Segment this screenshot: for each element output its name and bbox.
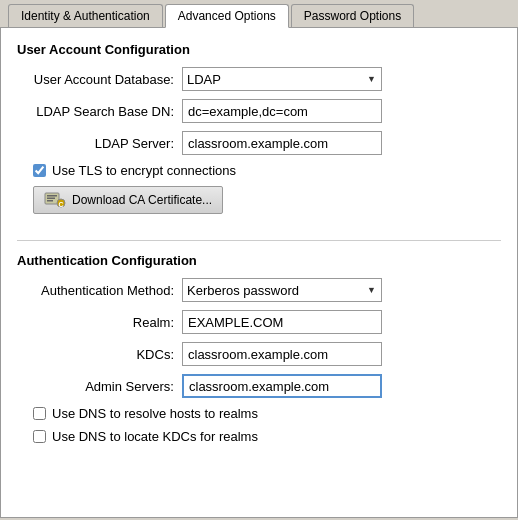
database-label: User Account Database:: [17, 72, 182, 87]
use-dns-hosts-checkbox[interactable]: [33, 407, 46, 420]
authentication-section: Authentication Configuration Authenticat…: [17, 253, 501, 444]
database-select-wrapper[interactable]: LDAPLocalActive Directory: [182, 67, 382, 91]
cert-icon: C: [44, 191, 66, 209]
tab-identity[interactable]: Identity & Authentication: [8, 4, 163, 27]
auth-method-label: Authentication Method:: [17, 283, 182, 298]
user-account-section: User Account Configuration User Account …: [17, 42, 501, 222]
realm-row: Realm:: [17, 310, 501, 334]
use-tls-label: Use TLS to encrypt connections: [52, 163, 236, 178]
user-account-title: User Account Configuration: [17, 42, 501, 57]
ldap-search-base-row: LDAP Search Base DN:: [17, 99, 501, 123]
svg-text:C: C: [59, 201, 64, 208]
svg-rect-3: [47, 200, 53, 202]
use-dns-kdcs-checkbox[interactable]: [33, 430, 46, 443]
kdcs-row: KDCs:: [17, 342, 501, 366]
use-dns-hosts-label: Use DNS to resolve hosts to realms: [52, 406, 258, 421]
kdcs-input[interactable]: [182, 342, 382, 366]
download-cert-button[interactable]: C Download CA Certificate...: [33, 186, 223, 214]
ldap-search-base-label: LDAP Search Base DN:: [17, 104, 182, 119]
tab-advanced[interactable]: Advanced Options: [165, 4, 289, 28]
tab-bar: Identity & Authentication Advanced Optio…: [0, 0, 518, 28]
use-dns-kdcs-label: Use DNS to locate KDCs for realms: [52, 429, 258, 444]
database-select[interactable]: LDAPLocalActive Directory: [182, 67, 382, 91]
ldap-search-base-input[interactable]: [182, 99, 382, 123]
main-content: User Account Configuration User Account …: [0, 28, 518, 518]
admin-servers-label: Admin Servers:: [17, 379, 182, 394]
realm-input[interactable]: [182, 310, 382, 334]
use-dns-kdcs-row: Use DNS to locate KDCs for realms: [17, 429, 501, 444]
ldap-server-row: LDAP Server:: [17, 131, 501, 155]
ldap-server-input[interactable]: [182, 131, 382, 155]
download-cert-label: Download CA Certificate...: [72, 193, 212, 207]
svg-rect-1: [47, 195, 57, 197]
kdcs-label: KDCs:: [17, 347, 182, 362]
database-row: User Account Database: LDAPLocalActive D…: [17, 67, 501, 91]
section-divider: [17, 240, 501, 241]
use-dns-hosts-row: Use DNS to resolve hosts to realms: [17, 406, 501, 421]
admin-servers-row: Admin Servers:: [17, 374, 501, 398]
svg-rect-2: [47, 198, 55, 200]
authentication-title: Authentication Configuration: [17, 253, 501, 268]
cert-svg-icon: C: [44, 191, 66, 209]
use-tls-checkbox[interactable]: [33, 164, 46, 177]
ldap-server-label: LDAP Server:: [17, 136, 182, 151]
use-tls-row: Use TLS to encrypt connections: [17, 163, 501, 178]
admin-servers-input[interactable]: [182, 374, 382, 398]
realm-label: Realm:: [17, 315, 182, 330]
auth-method-select-wrapper[interactable]: Kerberos passwordLDAP passwordLocal pass…: [182, 278, 382, 302]
download-cert-container: C Download CA Certificate...: [17, 186, 501, 222]
auth-method-row: Authentication Method: Kerberos password…: [17, 278, 501, 302]
tab-password[interactable]: Password Options: [291, 4, 414, 27]
auth-method-select[interactable]: Kerberos passwordLDAP passwordLocal pass…: [182, 278, 382, 302]
